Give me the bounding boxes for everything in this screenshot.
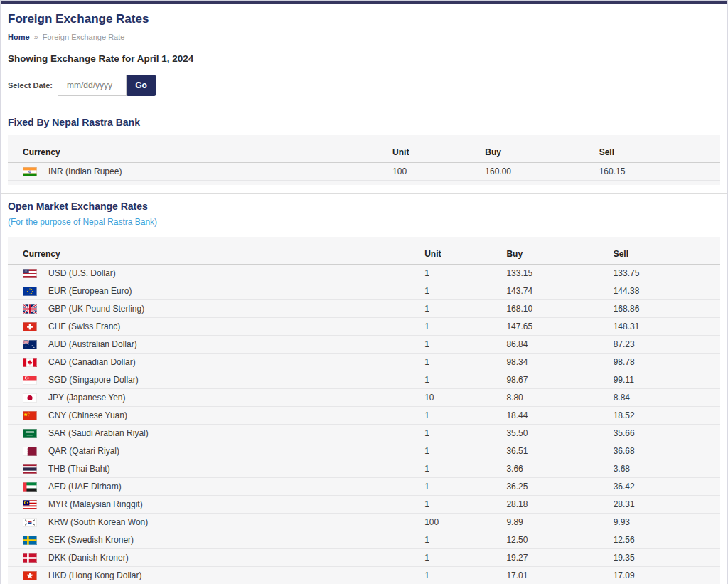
currency-cell: INR (Indian Rupee) (8, 163, 392, 181)
currency-name: CNY (Chinese Yuan) (48, 410, 127, 420)
unit-cell: 1 (424, 567, 506, 584)
japan-flag-icon (23, 393, 37, 403)
china-flag-icon (23, 411, 37, 420)
buy-cell: 8.80 (506, 389, 613, 407)
sell-cell: 3.68 (614, 460, 720, 478)
currency-cell: MYR (Malaysian Ringgit) (8, 496, 424, 514)
australia-flag-icon (23, 340, 37, 349)
buy-cell: 35.50 (506, 425, 613, 442)
table-row: AUD (Australian Dollar)186.8487.23 (8, 336, 720, 354)
currency-cell: USD (U.S. Dollar) (8, 265, 424, 282)
buy-cell: 12.50 (506, 531, 613, 549)
sell-cell: 133.75 (614, 265, 720, 282)
currency-cell: SGD (Singapore Dollar) (8, 371, 424, 389)
unit-cell: 1 (424, 460, 506, 478)
buy-cell: 36.25 (506, 478, 613, 496)
sell-cell: 28.31 (614, 496, 720, 514)
fixed-section-title: Fixed By Nepal Rastra Bank (8, 117, 720, 128)
south-korea-flag-icon (23, 518, 37, 527)
denmark-flag-icon (23, 553, 37, 563)
saudi-arabia-flag-icon (23, 429, 37, 438)
buy-cell: 36.51 (506, 442, 613, 460)
sell-cell: 36.68 (614, 442, 720, 460)
col-header-unit: Unit (392, 142, 485, 163)
buy-cell: 18.44 (506, 407, 613, 425)
switzerland-flag-icon (23, 322, 37, 331)
sell-cell: 98.78 (614, 354, 720, 371)
currency-cell: JPY (Japanese Yen) (8, 389, 424, 407)
india-flag-icon (23, 167, 37, 176)
currency-name: KRW (South Korean Won) (48, 517, 148, 527)
buy-cell: 3.66 (506, 460, 613, 478)
table-row: EUR (European Euro)1143.74144.38 (8, 282, 720, 300)
sell-cell: 35.66 (614, 425, 720, 442)
sell-cell: 12.56 (614, 531, 720, 549)
unit-cell: 100 (424, 514, 506, 531)
table-row: CHF (Swiss Franc)1147.65148.31 (8, 318, 720, 336)
unit-cell: 1 (424, 442, 506, 460)
currency-cell: AED (UAE Dirham) (8, 478, 424, 496)
currency-cell: SAR (Saudi Arabian Riyal) (8, 425, 424, 442)
currency-cell: EUR (European Euro) (8, 282, 424, 300)
usa-flag-icon (23, 269, 37, 278)
unit-cell: 1 (424, 371, 506, 389)
table-row: AED (UAE Dirham)136.2536.42 (8, 478, 720, 496)
unit-cell: 1 (424, 282, 506, 300)
currency-cell: AUD (Australian Dollar) (8, 336, 424, 354)
table-row: CAD (Canadian Dollar)198.3498.78 (8, 354, 720, 371)
buy-cell: 19.27 (506, 549, 613, 567)
singapore-flag-icon (23, 376, 37, 385)
table-row: GBP (UK Pound Sterling)1168.10168.86 (8, 300, 720, 318)
unit-cell: 1 (424, 318, 506, 336)
unit-cell: 1 (424, 425, 506, 442)
buy-cell: 168.10 (506, 300, 613, 318)
fixed-rates-table: CurrencyUnitBuySell INR (Indian Rupee)10… (8, 142, 720, 181)
buy-cell: 147.65 (506, 318, 613, 336)
open-market-subtitle: (For the purpose of Nepal Rastra Bank) (8, 217, 720, 227)
currency-name: MYR (Malaysian Ringgit) (48, 499, 143, 509)
unit-cell: 1 (424, 265, 506, 282)
date-input[interactable] (58, 75, 127, 96)
date-form: Select Date: Go (8, 75, 720, 96)
page-title: Foreign Exchange Rates (8, 12, 720, 26)
unit-cell: 1 (424, 300, 506, 318)
currency-cell: KRW (South Korean Won) (8, 514, 424, 531)
buy-cell: 160.00 (485, 163, 599, 181)
currency-name: HKD (Hong Kong Dollar) (48, 570, 141, 580)
currency-name: CHF (Swiss Franc) (48, 322, 120, 331)
table-row: MYR (Malaysian Ringgit)128.1828.31 (8, 496, 720, 514)
breadcrumb-home-link[interactable]: Home (8, 33, 30, 41)
currency-cell: DKK (Danish Kroner) (8, 549, 424, 567)
currency-cell: GBP (UK Pound Sterling) (8, 300, 424, 318)
sell-cell: 8.84 (614, 389, 720, 407)
select-date-label: Select Date: (8, 81, 58, 90)
currency-name: AUD (Australian Dollar) (48, 339, 137, 349)
section-divider (1, 193, 727, 194)
table-row: KRW (South Korean Won)1009.899.93 (8, 514, 720, 531)
unit-cell: 1 (424, 336, 506, 354)
currency-name: JPY (Japanese Yen) (48, 393, 126, 403)
table-row: HKD (Hong Kong Dollar)117.0117.09 (8, 567, 720, 584)
currency-cell: CNY (Chinese Yuan) (8, 407, 424, 425)
sell-cell: 99.11 (614, 371, 720, 389)
currency-cell: CAD (Canadian Dollar) (8, 354, 424, 371)
buy-cell: 28.18 (506, 496, 613, 514)
sell-cell: 160.15 (599, 163, 720, 181)
currency-name: USD (U.S. Dollar) (48, 268, 116, 278)
table-row: CNY (Chinese Yuan)118.4418.52 (8, 407, 720, 425)
go-button[interactable]: Go (127, 75, 156, 96)
buy-cell: 98.34 (506, 354, 613, 371)
buy-cell: 98.67 (506, 371, 613, 389)
unit-cell: 1 (424, 496, 506, 514)
currency-name: INR (Indian Rupee) (48, 166, 122, 176)
table-row: SGD (Singapore Dollar)198.6799.11 (8, 371, 720, 389)
currency-name: GBP (UK Pound Sterling) (48, 304, 144, 314)
fixed-rates-panel: CurrencyUnitBuySell INR (Indian Rupee)10… (8, 135, 720, 185)
table-row: DKK (Danish Kroner)119.2719.35 (8, 549, 720, 567)
currency-name: SGD (Singapore Dollar) (48, 375, 139, 385)
sell-cell: 168.86 (614, 300, 720, 318)
currency-name: SAR (Saudi Arabian Riyal) (48, 428, 149, 438)
table-row: QAR (Qatari Riyal)136.5136.68 (8, 442, 720, 460)
showing-heading: Showing Exchange Rate for April 1, 2024 (8, 53, 720, 64)
top-accent-bar (1, 1, 727, 4)
